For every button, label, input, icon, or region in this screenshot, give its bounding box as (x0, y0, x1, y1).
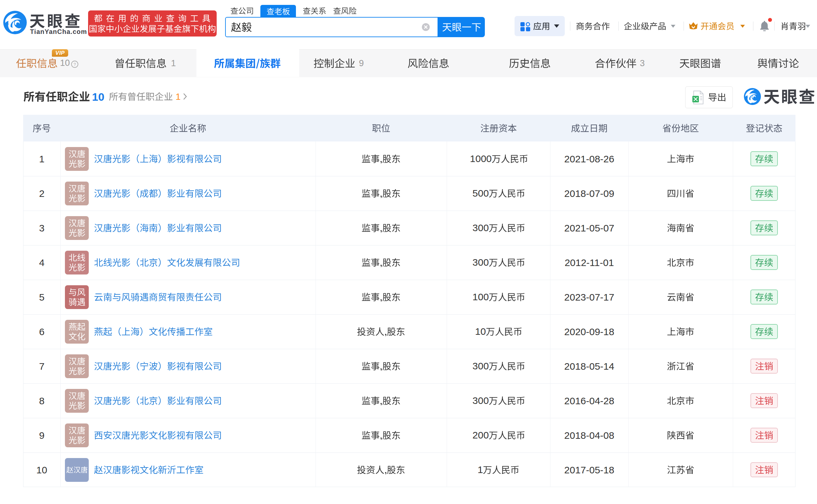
svg-text:?: ? (73, 62, 76, 67)
